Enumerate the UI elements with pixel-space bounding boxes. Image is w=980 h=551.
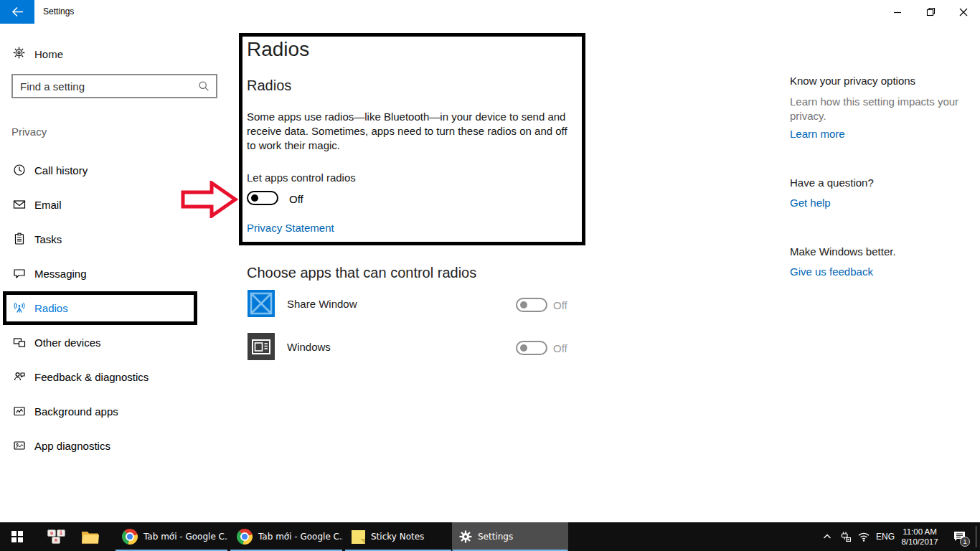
sidebar-item-label: Radios xyxy=(34,302,68,314)
sidebar-item-label: Feedback & diagnostics xyxy=(34,371,149,383)
taskbar-chrome-window-1[interactable]: Tab mới - Google C... xyxy=(115,522,228,551)
toggle-knob xyxy=(520,344,527,352)
envelope-icon xyxy=(13,198,26,214)
app-toggle-state: Off xyxy=(553,342,567,354)
minimize-icon xyxy=(893,8,902,17)
chevron-up-icon xyxy=(822,532,832,542)
close-icon xyxy=(959,8,968,17)
sidebar-item-label: Email xyxy=(34,199,62,211)
sidebar-item-call-history[interactable]: Call history xyxy=(0,154,215,188)
windows-logo-icon xyxy=(11,531,23,542)
antenna-icon xyxy=(13,301,26,317)
speech-bubble-icon xyxy=(13,267,26,283)
taskbar-button-label: Sticky Notes xyxy=(371,532,424,542)
sidebar-item-tasks[interactable]: Tasks xyxy=(0,222,215,257)
search-box[interactable] xyxy=(11,74,217,98)
have-a-question-title: Have a question? xyxy=(790,176,969,189)
radios-description: Some apps use radios—like Bluetooth—in y… xyxy=(247,110,571,153)
folder-icon xyxy=(81,529,100,545)
sidebar-item-email[interactable]: Email xyxy=(0,188,215,222)
show-desktop-divider[interactable] xyxy=(976,526,976,547)
tray-language[interactable]: ENG xyxy=(873,522,897,551)
app-diagnostics-icon xyxy=(13,439,26,455)
windows-app-icon xyxy=(248,333,275,360)
taskbar-button-label: Settings xyxy=(478,532,513,542)
gear-icon xyxy=(459,530,472,543)
window-title: Settings xyxy=(43,6,74,17)
sidebar-item-background-apps[interactable]: Background apps xyxy=(0,395,215,429)
clock-history-icon xyxy=(13,164,26,179)
sidebar-item-label: Tasks xyxy=(34,233,62,245)
sidebar-item-radios[interactable]: Radios xyxy=(0,291,215,326)
sidebar-section-privacy: Privacy xyxy=(11,126,47,138)
privacy-options-title: Know your privacy options xyxy=(790,75,969,87)
sticky-notes-icon xyxy=(352,530,365,544)
taskbar-chrome-window-2[interactable]: Tab mới - Google C... xyxy=(230,522,343,551)
notification-badge: 1 xyxy=(960,537,970,547)
person-feedback-icon xyxy=(13,370,26,386)
taskbar: u i n Tab mới - Google C... Tab mới - Go… xyxy=(0,522,980,551)
apps-heading: Choose apps that can control radios xyxy=(247,265,476,281)
taskbar-button-label: Tab mới - Google C... xyxy=(258,532,343,542)
tray-time: 11:00 AM xyxy=(903,527,937,537)
sidebar-item-label: Messaging xyxy=(34,268,87,280)
sidebar-item-home-label: Home xyxy=(34,48,63,60)
wifi-icon xyxy=(857,531,870,542)
back-button[interactable] xyxy=(0,0,34,24)
unikey-icon: u i n xyxy=(47,529,66,545)
let-apps-control-radios-label: Let apps control radios xyxy=(247,171,356,184)
tray-network[interactable] xyxy=(854,522,873,551)
get-help-link[interactable]: Get help xyxy=(790,197,969,209)
give-feedback-link[interactable]: Give us feedback xyxy=(790,265,969,278)
window-controls xyxy=(881,0,980,24)
radios-master-toggle-state: Off xyxy=(289,193,303,205)
sidebar-item-home[interactable]: Home xyxy=(0,41,230,67)
toggle-knob xyxy=(251,194,258,202)
title-bar: Settings xyxy=(0,0,980,24)
app-toggle-state: Off xyxy=(553,299,567,311)
sidebar-item-other-devices[interactable]: Other devices xyxy=(0,326,215,360)
app-name: Share Window xyxy=(287,298,357,310)
learn-more-link[interactable]: Learn more xyxy=(790,128,969,140)
power-plug-icon xyxy=(839,531,852,543)
taskbar-button-label: Tab mới - Google C... xyxy=(143,532,228,542)
chrome-icon xyxy=(237,529,253,545)
sidebar-item-label: App diagnostics xyxy=(34,440,110,452)
restore-button[interactable] xyxy=(914,0,947,24)
sidebar-item-label: Background apps xyxy=(34,405,118,418)
sidebar-item-label: Other devices xyxy=(34,336,101,349)
windows-toggle[interactable] xyxy=(516,341,547,355)
background-apps-icon xyxy=(13,405,26,420)
file-explorer-button[interactable] xyxy=(75,522,106,551)
share-window-toggle[interactable] xyxy=(516,298,547,312)
tray-clock[interactable]: 11:00 AM 8/10/2017 xyxy=(897,522,943,551)
privacy-statement-link[interactable]: Privacy Statement xyxy=(247,222,334,234)
make-windows-better-title: Make Windows better. xyxy=(790,245,969,258)
tray-action-center[interactable]: 1 xyxy=(947,522,973,551)
tray-date: 8/10/2017 xyxy=(901,537,938,547)
search-input[interactable] xyxy=(13,80,198,93)
privacy-options-text: Learn how this setting impacts your priv… xyxy=(790,95,965,123)
taskbar-sticky-notes[interactable]: Sticky Notes xyxy=(344,522,452,551)
unikey-button[interactable]: u i n xyxy=(42,522,72,551)
radios-section-title: Radios xyxy=(247,77,291,94)
search-icon[interactable] xyxy=(198,80,209,92)
sidebar-item-messaging[interactable]: Messaging xyxy=(0,257,215,291)
radios-master-toggle[interactable] xyxy=(247,191,278,205)
close-button[interactable] xyxy=(947,0,980,24)
clipboard-icon xyxy=(13,232,26,248)
tray-show-hidden-icons[interactable] xyxy=(819,522,836,551)
app-name: Windows xyxy=(287,341,331,353)
restore-icon xyxy=(926,7,936,17)
taskbar-settings[interactable]: Settings xyxy=(452,522,568,551)
tray-power-status[interactable] xyxy=(836,522,854,551)
sidebar-item-feedback-diagnostics[interactable]: Feedback & diagnostics xyxy=(0,360,215,395)
sidebar-item-app-diagnostics[interactable]: App diagnostics xyxy=(0,429,215,463)
share-window-app-icon xyxy=(248,290,275,317)
toggle-knob xyxy=(520,301,527,309)
start-button[interactable] xyxy=(0,522,34,551)
minimize-button[interactable] xyxy=(881,0,914,24)
page-title: Radios xyxy=(247,38,309,61)
devices-icon xyxy=(13,336,26,352)
gear-icon xyxy=(13,47,25,62)
